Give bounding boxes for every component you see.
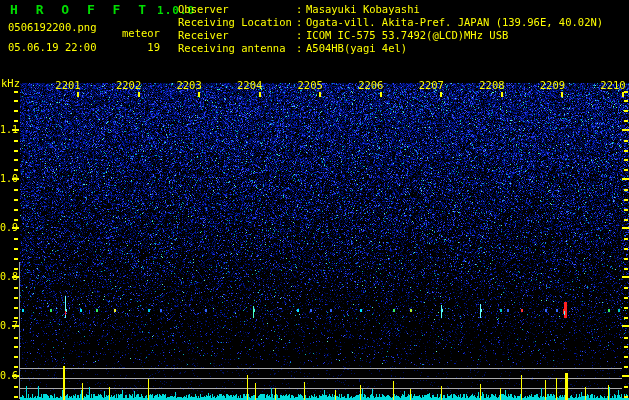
freq-tick-label: 0.7	[0, 320, 18, 331]
hrofft-window: { "header": { "app_title": "H R O F F T"…	[0, 0, 629, 400]
freq-tick-label: 0.8	[0, 271, 18, 282]
meteor-count: 19	[138, 41, 160, 53]
time-tick-label: 2207	[415, 79, 447, 91]
freq-tick-label: 1.0	[0, 173, 18, 184]
info-value: Ogata-vill. Akita-Pref. JAPAN (139.96E, …	[306, 16, 603, 28]
time-tick-label: 2203	[173, 79, 205, 91]
freq-tick-label: 0.9	[0, 222, 18, 233]
time-tick-label: 2204	[234, 79, 266, 91]
time-tick-label: 2202	[113, 79, 145, 91]
time-tick-label: 2209	[536, 79, 568, 91]
station-info-row: Receiving antenna:A504HB(yagi 4el)	[178, 42, 407, 54]
app-title: H R O F F T1.0.0	[10, 2, 195, 17]
time-tick-label: 2208	[476, 79, 508, 91]
info-label: Receiving Location	[178, 16, 296, 28]
observation-datetime: 05.06.19 22:00	[8, 41, 97, 53]
info-value: ICOM IC-575 53.7492(@LCD)MHz USB	[306, 29, 508, 41]
info-label: Receiver	[178, 29, 296, 41]
time-tick-label: 2205	[294, 79, 326, 91]
info-separator: :	[296, 42, 306, 54]
app-title-text: H R O F F T	[10, 2, 151, 17]
info-separator: :	[296, 16, 306, 28]
info-separator: :	[296, 3, 306, 15]
freq-tick-label: 0.6	[0, 370, 18, 381]
freq-axis-unit: kHz	[1, 77, 20, 89]
time-tick-label: 2210	[597, 79, 629, 91]
mode-label: meteor	[122, 27, 160, 39]
time-tick-label: 2201	[52, 79, 84, 91]
info-label: Receiving antenna	[178, 42, 296, 54]
output-filename: 0506192200.png	[8, 21, 97, 33]
info-value: A504HB(yagi 4el)	[306, 42, 407, 54]
station-info-row: Observer:Masayuki Kobayashi	[178, 3, 420, 15]
info-value: Masayuki Kobayashi	[306, 3, 420, 15]
freq-tick-label: 1.1	[0, 124, 18, 135]
station-info-row: Receiver:ICOM IC-575 53.7492(@LCD)MHz US…	[178, 29, 508, 41]
info-separator: :	[296, 29, 306, 41]
time-tick-label: 2206	[355, 79, 387, 91]
spectrogram-canvas	[0, 0, 629, 400]
station-info-row: Receiving Location:Ogata-vill. Akita-Pre…	[178, 16, 603, 28]
info-label: Observer	[178, 3, 296, 15]
